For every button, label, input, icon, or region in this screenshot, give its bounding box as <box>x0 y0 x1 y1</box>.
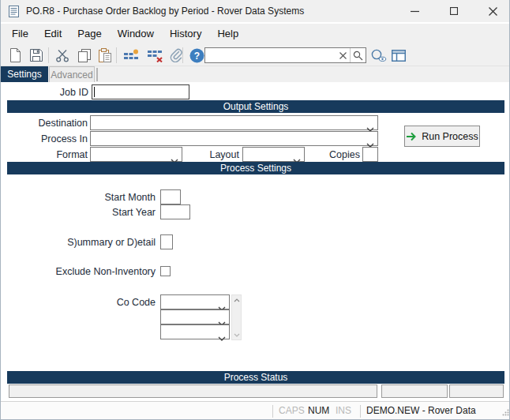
copy-icon[interactable] <box>75 47 94 64</box>
search-icon[interactable] <box>350 48 366 62</box>
ins-indicator: INS <box>336 402 351 420</box>
start-month-label: Start Month <box>1 192 156 203</box>
maximize-button[interactable] <box>436 0 472 22</box>
summary-or-detail-input[interactable] <box>160 234 173 249</box>
start-month-input[interactable] <box>160 189 181 204</box>
scroll-down-icon[interactable] <box>232 330 241 339</box>
layout-view-icon[interactable] <box>389 47 408 64</box>
co-code-select[interactable] <box>160 324 230 339</box>
run-arrow-icon <box>406 132 417 141</box>
search-clear-icon[interactable] <box>336 48 350 62</box>
menu-file[interactable]: File <box>4 24 36 44</box>
statusbar-separator <box>272 405 273 418</box>
num-indicator: NUM <box>308 402 329 420</box>
job-id-input[interactable] <box>92 84 189 99</box>
resize-grip[interactable] <box>502 407 509 418</box>
search-input[interactable] <box>205 49 336 62</box>
app-window: PO.R8 - Purchase Order Backlog by Period… <box>0 0 510 420</box>
process-status-header: Process Status <box>7 371 504 384</box>
start-year-label: Start Year <box>1 207 156 218</box>
toolbar-separator <box>48 47 49 63</box>
svg-text:?: ? <box>193 50 199 61</box>
process-in-label: Process In <box>1 133 88 144</box>
cut-icon[interactable] <box>53 47 72 64</box>
destination-label: Destination <box>1 118 88 129</box>
process-in-select[interactable] <box>90 131 378 146</box>
process-status-field <box>449 384 504 398</box>
process-status-field <box>9 384 377 398</box>
summary-or-detail-label: S)ummary or D)etail <box>1 237 156 248</box>
toolbar-search <box>204 47 366 63</box>
job-id-label: Job ID <box>1 87 88 98</box>
minimize-button[interactable] <box>396 0 433 22</box>
chevron-down-icon <box>218 330 226 344</box>
exclude-non-inventory-checkbox[interactable] <box>160 266 171 276</box>
toolbar-separator <box>116 47 117 63</box>
copies-label: Copies <box>317 149 360 160</box>
toolbar: ? <box>1 44 510 66</box>
help-icon[interactable]: ? <box>187 47 206 64</box>
co-code-label: Co Code <box>1 297 156 308</box>
menu-help[interactable]: Help <box>209 24 246 44</box>
menu-edit[interactable]: Edit <box>36 24 69 44</box>
destination-select[interactable] <box>90 115 378 130</box>
menu-history[interactable]: History <box>162 24 209 44</box>
add-row-icon[interactable] <box>121 47 141 64</box>
lookup-eye-icon[interactable] <box>369 47 388 64</box>
paste-icon[interactable] <box>96 47 114 64</box>
exclude-non-inventory-label: Exclude Non-Inventory <box>1 266 156 277</box>
co-code-select[interactable] <box>160 309 230 324</box>
window-title: PO.R8 - Purchase Order Backlog by Period… <box>26 0 304 22</box>
format-label: Format <box>1 149 88 160</box>
layout-select[interactable] <box>242 147 305 162</box>
tab-divider <box>96 68 98 81</box>
menu-window[interactable]: Window <box>110 24 162 44</box>
tab-strip: Settings Advanced <box>1 66 510 82</box>
format-select[interactable] <box>90 147 182 162</box>
form-content: Job ID Output Settings Destination Proce… <box>1 82 510 401</box>
tab-settings[interactable]: Settings <box>1 66 48 82</box>
delete-row-icon[interactable] <box>144 47 165 64</box>
co-code-scrollbar[interactable] <box>231 294 242 340</box>
status-bar: CAPS NUM INS DEMO.NEW - Rover Data Syste… <box>1 401 510 420</box>
co-code-select[interactable] <box>160 294 230 309</box>
close-button[interactable] <box>474 0 510 22</box>
output-settings-header: Output Settings <box>7 100 504 113</box>
process-status-field <box>381 384 448 398</box>
copies-input[interactable] <box>362 147 378 162</box>
scroll-up-icon[interactable] <box>232 295 241 305</box>
process-settings-header: Process Settings <box>7 162 504 174</box>
session-label: DEMO.NEW - Rover Data Systems <box>366 402 510 420</box>
menu-page[interactable]: Page <box>69 24 109 44</box>
text-caret <box>94 87 95 97</box>
save-icon[interactable] <box>27 47 46 64</box>
app-document-icon <box>9 6 19 21</box>
title-bar: PO.R8 - Purchase Order Backlog by Period… <box>1 0 510 22</box>
run-process-label: Run Process <box>422 131 478 142</box>
statusbar-separator <box>360 405 361 418</box>
layout-label: Layout <box>198 149 239 160</box>
start-year-input[interactable] <box>160 204 190 219</box>
run-process-button[interactable]: Run Process <box>404 126 480 147</box>
caps-indicator: CAPS <box>279 402 305 420</box>
menu-bar: File Edit Page Window History Help <box>1 24 510 44</box>
toolbar-separator <box>182 47 183 63</box>
tab-advanced[interactable]: Advanced <box>49 66 95 82</box>
new-document-icon[interactable] <box>6 47 24 64</box>
